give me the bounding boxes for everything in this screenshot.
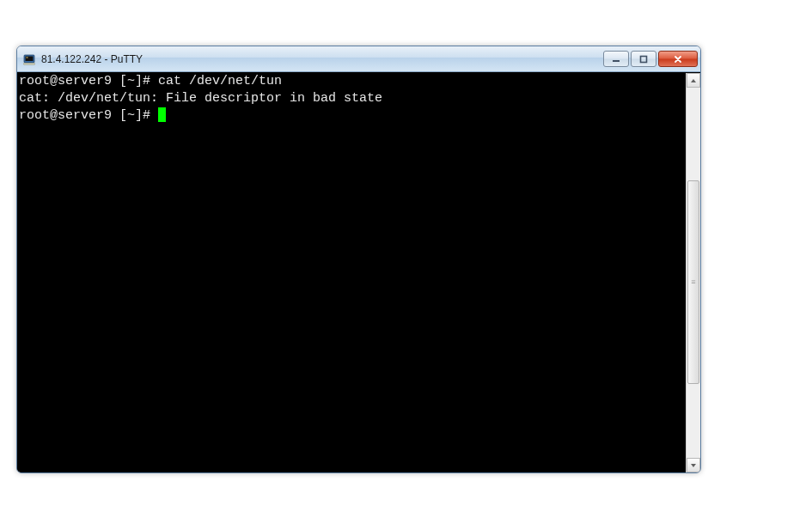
terminal-container: root@server9 [~]# cat /dev/net/tuncat: /… bbox=[17, 72, 700, 472]
svg-rect-1 bbox=[26, 56, 34, 61]
putty-icon bbox=[22, 52, 36, 66]
window-controls bbox=[603, 51, 698, 67]
terminal-output[interactable]: root@server9 [~]# cat /dev/net/tuncat: /… bbox=[17, 73, 686, 472]
terminal-line: root@server9 [~]# bbox=[19, 107, 684, 125]
vertical-scrollbar[interactable]: ≡ bbox=[686, 73, 700, 472]
svg-rect-4 bbox=[613, 60, 620, 62]
terminal-line: cat: /dev/net/tun: File descriptor in ba… bbox=[19, 90, 684, 107]
cursor bbox=[158, 107, 166, 122]
scroll-track[interactable]: ≡ bbox=[687, 88, 700, 458]
maximize-button[interactable] bbox=[631, 51, 656, 67]
close-button[interactable] bbox=[658, 51, 698, 67]
window-title: 81.4.122.242 - PuTTY bbox=[41, 53, 603, 65]
prompt-text: root@server9 [~]# bbox=[19, 108, 158, 123]
svg-rect-5 bbox=[641, 56, 647, 62]
putty-window: 81.4.122.242 - PuTTY root@server9 [~]# c… bbox=[16, 46, 701, 473]
titlebar[interactable]: 81.4.122.242 - PuTTY bbox=[17, 46, 700, 72]
svg-rect-2 bbox=[27, 57, 28, 58]
terminal-line: root@server9 [~]# cat /dev/net/tun bbox=[19, 73, 684, 90]
svg-rect-3 bbox=[24, 63, 35, 64]
minimize-button[interactable] bbox=[603, 51, 629, 67]
scroll-thumb[interactable]: ≡ bbox=[687, 180, 699, 384]
scroll-down-button[interactable] bbox=[687, 458, 700, 472]
scroll-up-button[interactable] bbox=[687, 73, 700, 88]
